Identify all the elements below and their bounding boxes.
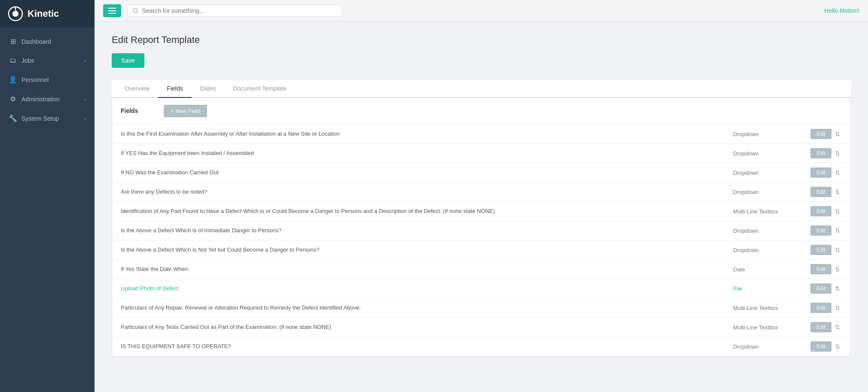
field-actions: Edit⇅ xyxy=(810,322,842,332)
field-actions: Edit⇅ xyxy=(810,148,842,158)
sort-icon[interactable]: ⇅ xyxy=(833,225,842,236)
edit-button[interactable]: Edit xyxy=(810,322,831,332)
edit-button[interactable]: Edit xyxy=(810,303,831,313)
chevron-icon: ‹ xyxy=(84,116,86,121)
edit-button[interactable]: Edit xyxy=(810,245,831,255)
table-row: Particulars of Any Repair, Renewal or Al… xyxy=(112,298,850,318)
sidebar-item-label: Dashboard xyxy=(21,38,51,45)
jobs-icon: 🗂 xyxy=(9,57,17,64)
field-actions: Edit⇅ xyxy=(810,129,842,139)
main-wrapper: Hello Motion! Edit Report Template Save … xyxy=(95,0,868,392)
sidebar-item-label: Personnel xyxy=(21,76,49,83)
field-actions: Edit⇅ xyxy=(810,167,842,178)
search-input[interactable] xyxy=(142,7,336,14)
greeting: Hello Motion! xyxy=(824,7,859,14)
field-actions: Edit⇅ xyxy=(810,341,842,352)
sort-icon[interactable]: ⇅ xyxy=(833,341,842,352)
menu-button[interactable] xyxy=(103,4,121,17)
sort-icon[interactable]: ⇅ xyxy=(833,322,842,332)
field-name: If YES Has the Equipment been Installed … xyxy=(121,149,724,157)
field-type: Dropdown xyxy=(733,170,802,176)
edit-button[interactable]: Edit xyxy=(810,341,831,352)
edit-button[interactable]: Edit xyxy=(810,129,831,139)
sidebar-item-administration[interactable]: ⚙ Administration ‹ xyxy=(0,89,95,109)
edit-button[interactable]: Edit xyxy=(810,187,831,197)
field-type: Dropdown xyxy=(733,247,802,253)
field-name: Is the Above a Defect Which is of Immedi… xyxy=(121,227,724,234)
save-button[interactable]: Save xyxy=(112,53,144,68)
sort-icon[interactable]: ⇅ xyxy=(833,264,842,274)
edit-button[interactable]: Edit xyxy=(810,167,831,178)
field-type: Dropdown xyxy=(733,343,802,350)
field-name: If Yes State the Date When: xyxy=(121,265,724,273)
fields-label: Fields xyxy=(121,105,155,114)
logo: Kinetic xyxy=(0,0,95,27)
fields-header: Fields + New Field xyxy=(112,98,850,125)
tab-fields[interactable]: Fields xyxy=(158,80,191,98)
fields-panel: Fields + New Field Is this the First Exa… xyxy=(112,98,851,356)
field-actions: Edit⇅ xyxy=(810,303,842,313)
sort-icon[interactable]: ⇅ xyxy=(833,303,842,313)
edit-button[interactable]: Edit xyxy=(810,206,831,216)
field-actions: Edit⇅ xyxy=(810,264,842,274)
sidebar-item-dashboard[interactable]: ⊞ Dashboard xyxy=(0,32,95,51)
table-row: IS THIS EQUIPMENT SAFE TO OPERATE?Dropdo… xyxy=(112,337,850,356)
sidebar-item-system-setup[interactable]: 🔧 System Setup ‹ xyxy=(0,109,95,128)
search-icon xyxy=(133,8,138,14)
field-type: Dropdown xyxy=(733,228,802,234)
field-type: Dropdown xyxy=(733,189,802,195)
new-field-button[interactable]: + New Field xyxy=(164,105,207,117)
field-type: Date xyxy=(733,266,802,273)
field-actions: Edit⇅ xyxy=(810,206,842,216)
tab-dates[interactable]: Dates xyxy=(192,80,225,98)
sort-icon[interactable]: ⇅ xyxy=(833,129,842,139)
administration-icon: ⚙ xyxy=(9,95,17,103)
system-setup-icon: 🔧 xyxy=(9,114,17,122)
field-type: Dropdown xyxy=(733,150,802,157)
content: Edit Report Template Save Overview Field… xyxy=(95,21,868,392)
sidebar-item-label: System Setup xyxy=(21,115,59,122)
edit-button[interactable]: Edit xyxy=(810,148,831,158)
sort-icon[interactable]: ⇅ xyxy=(833,167,842,178)
table-row: Is the Above a Defect Which is of Immedi… xyxy=(112,221,850,240)
edit-button[interactable]: Edit xyxy=(810,283,831,294)
table-row: Upload Photo of DefectFileEdit⇅ xyxy=(112,279,850,298)
page-title: Edit Report Template xyxy=(112,34,851,46)
field-name: Particulars of Any Repair, Renewal or Al… xyxy=(121,304,724,312)
svg-rect-4 xyxy=(108,10,116,11)
sidebar: Kinetic ⊞ Dashboard 🗂 Jobs ‹ 👤 Personnel… xyxy=(0,0,95,392)
sidebar-item-personnel[interactable]: 👤 Personnel xyxy=(0,70,95,89)
sort-icon[interactable]: ⇅ xyxy=(833,283,842,294)
field-name: Are there any Defects to be noted? xyxy=(121,188,724,196)
field-type: Multi-Line Textbox xyxy=(733,305,802,311)
app-name: Kinetic xyxy=(28,8,59,19)
table-row: Is the Above a Defect Which is Not Yet b… xyxy=(112,240,850,260)
sort-icon[interactable]: ⇅ xyxy=(833,187,842,197)
table-row: Particulars of Any Tests Carried Out as … xyxy=(112,318,850,337)
dashboard-icon: ⊞ xyxy=(9,37,17,46)
sort-icon[interactable]: ⇅ xyxy=(833,245,842,255)
sidebar-item-label: Jobs xyxy=(21,57,34,64)
svg-rect-3 xyxy=(108,8,116,9)
tabs: Overview Fields Dates Document Template xyxy=(112,80,851,98)
table-row: Are there any Defects to be noted?Dropdo… xyxy=(112,182,850,202)
field-type: Dropdown xyxy=(733,131,802,137)
sort-icon[interactable]: ⇅ xyxy=(833,206,842,216)
field-actions: Edit⇅ xyxy=(810,245,842,255)
chevron-icon: ‹ xyxy=(84,58,86,63)
sidebar-item-jobs[interactable]: 🗂 Jobs ‹ xyxy=(0,51,95,70)
svg-point-1 xyxy=(12,11,18,17)
svg-rect-5 xyxy=(108,13,116,14)
svg-line-7 xyxy=(137,12,138,13)
edit-button[interactable]: Edit xyxy=(810,225,831,236)
edit-button[interactable]: Edit xyxy=(810,264,831,274)
tab-overview[interactable]: Overview xyxy=(116,80,158,98)
svg-point-6 xyxy=(133,8,138,12)
table-row: Is this the First Examination After Asse… xyxy=(112,125,850,144)
field-name: Identification of Any Part Found to Have… xyxy=(121,207,724,215)
field-name: IS THIS EQUIPMENT SAFE TO OPERATE? xyxy=(121,343,724,350)
sort-icon[interactable]: ⇅ xyxy=(833,148,842,158)
field-name: If NO Was the Examination Carried Out: xyxy=(121,169,724,176)
tab-document-template[interactable]: Document Template xyxy=(224,80,295,98)
sidebar-nav: ⊞ Dashboard 🗂 Jobs ‹ 👤 Personnel ⚙ Admin… xyxy=(0,27,95,392)
